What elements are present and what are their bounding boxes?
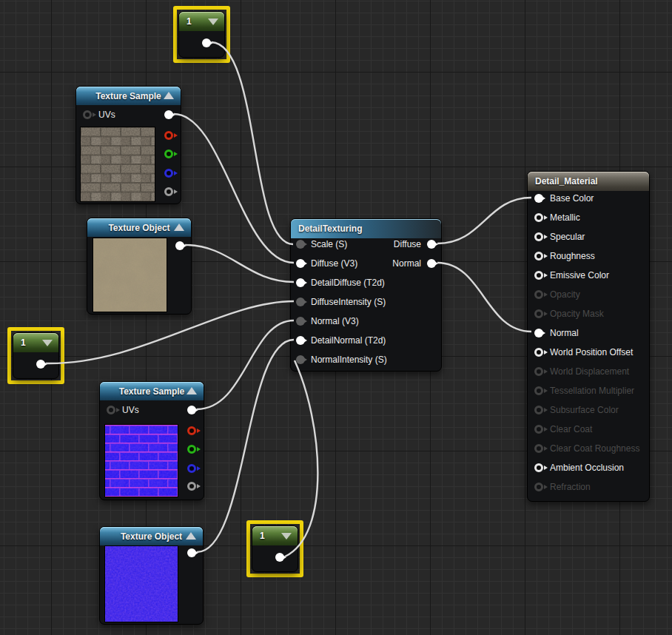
material-pin-label: Opacity Mask (550, 309, 604, 319)
node-title: Texture Sample (95, 91, 161, 101)
uvs-input-pin[interactable] (107, 406, 115, 414)
collapse-arrow-icon[interactable] (174, 224, 184, 231)
collapse-arrow-icon[interactable] (42, 340, 53, 346)
material-pin-label: Base Color (550, 193, 594, 204)
constant-output-pin[interactable] (275, 553, 284, 562)
r-output-pin[interactable] (164, 131, 173, 140)
constant-node-header[interactable]: 1 (252, 526, 298, 545)
material-input-pin[interactable] (534, 483, 543, 491)
constant-node-header[interactable]: 1 (13, 333, 58, 352)
constant-output-pin[interactable] (202, 38, 211, 47)
texture-sample-diffuse-node[interactable]: Texture Sample UVs (75, 86, 181, 204)
constant-value: 1 (187, 16, 192, 27)
texture-sample-header[interactable]: Texture Sample (100, 382, 204, 400)
normal-output-pin[interactable] (427, 259, 436, 268)
diffuse-output-pin[interactable] (427, 240, 436, 249)
function-input-label: Scale (S) (311, 239, 347, 249)
function-input-row: DetailDiffuse (T2d) (291, 273, 441, 292)
uvs-label: UVs (98, 110, 115, 120)
constant-value: 1 (21, 337, 26, 348)
collapse-arrow-icon[interactable] (164, 92, 174, 99)
material-input-pin[interactable] (534, 406, 543, 414)
material-pin-label: Opacity (550, 289, 580, 300)
function-input-label: Diffuse (V3) (311, 258, 357, 269)
collapse-arrow-icon[interactable] (186, 532, 196, 540)
constant-node-header[interactable]: 1 (179, 12, 224, 31)
node-title: Texture Sample (119, 386, 184, 397)
function-input-pin[interactable] (296, 336, 305, 345)
function-output-label: Diffuse (394, 239, 421, 249)
tan-plaster-texture-thumbnail (93, 238, 167, 312)
wire-out-diffuse-to-base-color[interactable] (437, 198, 531, 243)
g-output-pin[interactable] (164, 149, 173, 158)
b-output-pin[interactable] (164, 169, 173, 178)
constant-output-pin[interactable] (36, 360, 45, 369)
texture-object-normal-node[interactable]: Texture Object (99, 526, 204, 625)
rgb-output-pin[interactable] (187, 406, 196, 414)
material-input-pin[interactable] (534, 444, 543, 453)
material-pin-label: Metallic (550, 212, 580, 223)
material-input-pin[interactable] (534, 290, 543, 299)
function-input-pin[interactable] (296, 355, 305, 364)
function-input-pin[interactable] (296, 278, 305, 287)
material-pin-row: Opacity (528, 285, 649, 304)
material-pin-label: Normal (550, 328, 579, 338)
collapse-arrow-icon[interactable] (187, 387, 197, 394)
texture-sample-header[interactable]: Texture Sample (76, 87, 181, 105)
material-input-pin[interactable] (534, 271, 543, 280)
texture-object-header[interactable]: Texture Object (87, 218, 191, 237)
r-output-pin[interactable] (187, 426, 196, 435)
b-output-pin[interactable] (187, 464, 196, 473)
detail-texturing-node[interactable]: DetailTexturing Scale (S) Diffuse (V3) D… (290, 218, 442, 372)
wire-out-normal-to-normal[interactable] (437, 263, 531, 332)
function-input-pin[interactable] (296, 240, 305, 249)
wire-detail-diffuse[interactable] (185, 245, 294, 282)
function-input-label: NormalIntensity (S) (311, 355, 387, 365)
material-pin-row: Metallic (528, 208, 649, 227)
graph-canvas[interactable]: 1 Texture Sample UVs (0, 0, 672, 635)
material-pin-row: Clear Coat (528, 420, 649, 439)
material-input-pin[interactable] (534, 252, 543, 261)
material-input-pin[interactable] (534, 213, 543, 222)
collapse-arrow-icon[interactable] (281, 533, 292, 540)
material-input-pin[interactable] (534, 348, 543, 357)
node-title: Detail_Material (535, 176, 598, 187)
texture-object-diffuse-node[interactable]: Texture Object (87, 218, 192, 315)
material-pin-label: Roughness (550, 251, 595, 261)
constant-node-diffuse-intensity[interactable]: 1 (13, 332, 59, 379)
material-input-pin[interactable] (534, 386, 543, 395)
wire-scale[interactable] (212, 42, 293, 244)
uvs-input-pin[interactable] (83, 110, 92, 119)
material-pin-label: Clear Coat Roughness (550, 443, 639, 454)
function-output-label: Normal (392, 258, 421, 269)
texture-output-pin[interactable] (187, 548, 196, 557)
collapse-arrow-icon[interactable] (208, 19, 218, 25)
wire-normal[interactable] (197, 320, 294, 409)
g-output-pin[interactable] (187, 445, 196, 454)
material-pin-row: Normal (528, 323, 649, 343)
material-pin-label: Specular (550, 232, 585, 242)
rgb-output-pin[interactable] (164, 110, 173, 119)
a-output-pin[interactable] (187, 482, 196, 491)
constant-node-scale[interactable]: 1 (178, 11, 225, 58)
material-input-pin[interactable] (534, 329, 543, 337)
function-input-pin[interactable] (296, 259, 305, 268)
material-input-pin[interactable] (534, 309, 543, 318)
function-input-pin[interactable] (296, 298, 305, 306)
material-result-node[interactable]: Detail_Material Base Color Metallic Spec… (527, 171, 650, 502)
texture-object-header[interactable]: Texture Object (100, 527, 203, 545)
material-input-pin[interactable] (534, 367, 543, 376)
material-input-pin[interactable] (534, 194, 543, 203)
texture-sample-normal-node[interactable]: Texture Sample UVs (99, 381, 204, 500)
function-output-row: Normal (392, 254, 441, 273)
constant-value: 1 (260, 531, 265, 541)
material-pin-row: Subsurface Color (528, 400, 649, 420)
function-input-pin[interactable] (296, 317, 305, 326)
wire-diffuse[interactable] (174, 114, 294, 263)
texture-output-pin[interactable] (175, 241, 184, 250)
material-input-pin[interactable] (534, 463, 543, 472)
constant-node-normal-intensity[interactable]: 1 (252, 525, 298, 572)
material-input-pin[interactable] (534, 425, 543, 434)
a-output-pin[interactable] (164, 187, 173, 196)
material-input-pin[interactable] (534, 232, 543, 241)
